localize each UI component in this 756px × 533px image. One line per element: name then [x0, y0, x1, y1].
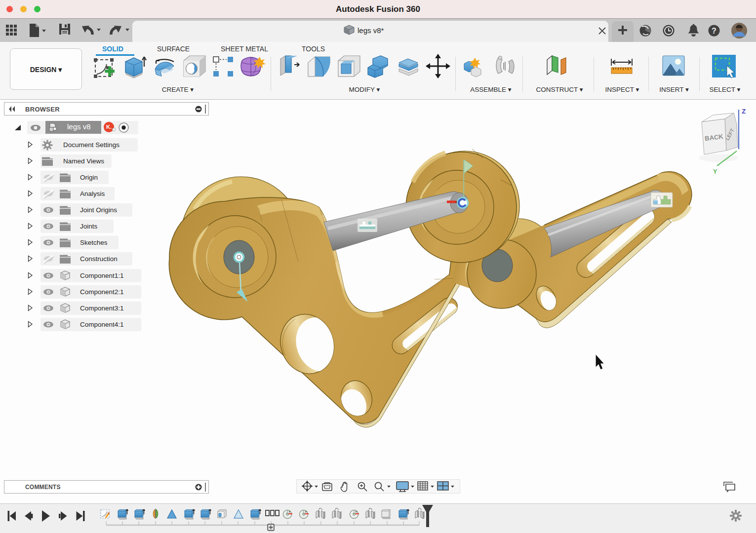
svg-text:Y: Y — [713, 168, 717, 175]
svg-text:?: ? — [712, 27, 716, 35]
svg-text:legs v8*: legs v8* — [358, 26, 384, 35]
svg-text:Z: Z — [742, 108, 746, 115]
